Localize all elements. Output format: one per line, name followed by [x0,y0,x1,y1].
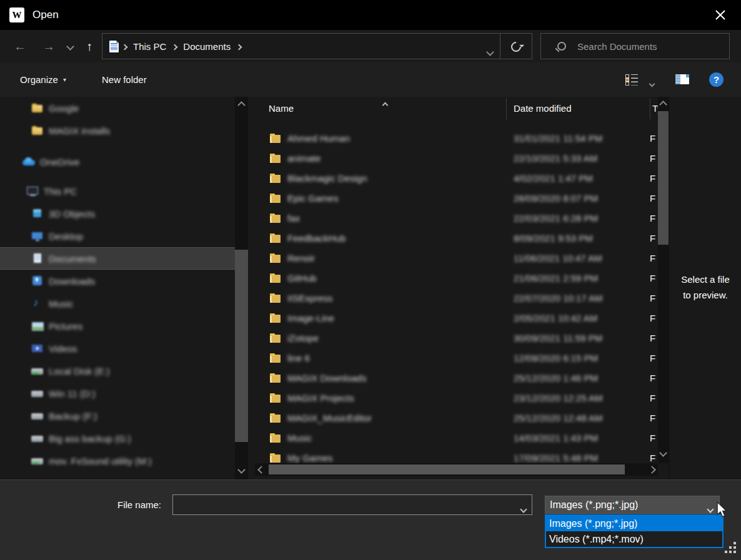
window-resize-grip[interactable] [725,542,739,556]
file-row[interactable]: line 6 12/09/2020 6:15 PM F [255,348,658,368]
recent-locations-chevron[interactable] [64,30,76,62]
sidebar-item[interactable]: MAGIX installs [0,119,235,142]
scroll-down-icon[interactable] [235,465,248,474]
breadcrumb-separator-icon [172,41,177,52]
sidebar-item[interactable]: Music [0,292,235,315]
forward-button[interactable]: → [40,30,57,62]
folder-icon [270,253,282,263]
list-horizontal-scrollbar [255,463,658,476]
file-row[interactable]: Blackmagic Design 4/02/2021 1:47 PM F [255,168,658,188]
scroll-right-icon[interactable] [647,463,657,476]
sidebar-scrollbar-thumb[interactable] [235,250,248,442]
scroll-down-icon[interactable] [658,448,669,457]
sidebar-item[interactable]: Win 11 (D:) [0,382,235,405]
sidebar-item-label: Pictures [49,321,82,332]
file-row[interactable]: MAGIX Downloads 25/12/2020 1:46 PM F [255,368,658,388]
scroll-up-icon[interactable] [235,101,248,109]
sidebar-item[interactable]: Local Disk (E:) [0,360,235,382]
sidebar-item[interactable]: Pictures [0,315,235,337]
file-row[interactable]: Renoir 11/06/2021 10:47 AM F [255,248,658,268]
sidebar-item[interactable]: Desktop [0,225,235,247]
breadcrumb-this-pc[interactable]: This PC [131,41,169,52]
file-name: IISExpress [287,293,333,303]
sidebar-item[interactable]: Videos [0,337,235,360]
folder-icon [270,373,282,383]
file-row[interactable]: iZotope 30/09/2021 11:59 PM F [255,328,658,348]
sidebar-item-label: Big ass backup (G:) [49,433,131,444]
scroll-left-icon[interactable] [256,463,266,476]
sidebar-item[interactable]: Downloads [0,270,235,292]
file-type-dropdown-list: Images (*.png;*.jpg) Videos (*.mp4;*.mov… [545,514,724,548]
folder-icon [270,273,282,283]
file-row[interactable]: FeedbackHub 8/09/2021 9:53 PM F [255,228,658,248]
file-name-input[interactable] [172,494,532,515]
sidebar-item[interactable]: Documents [0,247,235,270]
file-row[interactable]: Ahmed Human 31/01/2021 11:54 PM F [255,128,658,148]
view-options-chevron[interactable] [650,77,654,89]
date-modified: 22/03/2021 6:28 PM [514,213,598,224]
horizontal-scrollbar-thumb[interactable] [269,464,625,474]
file-row[interactable]: Image-Line 2/05/2021 10:42 AM F [255,308,658,328]
file-type: F [650,133,655,144]
chevron-down-icon [708,503,713,514]
search-icon [557,42,566,51]
file-type-select[interactable]: Images (*.png;*.jpg) [545,496,720,514]
file-row[interactable]: Epic Games 28/09/2020 8:07 PM F [255,188,658,208]
close-icon[interactable] [706,0,735,30]
sidebar-item[interactable]: OneDrive [0,150,235,173]
up-button[interactable]: ↑ [81,30,98,62]
scroll-up-icon[interactable] [658,100,669,109]
breadcrumb-documents[interactable]: Documents [181,41,233,52]
sidebar-item[interactable]: mov. FxSound utility (M:) [0,449,235,472]
address-dropdown-chevron[interactable] [487,46,493,57]
preview-message-line1: Select a file [669,272,741,287]
sidebar-item[interactable]: Big ass backup (G:) [0,427,235,449]
sidebar-item[interactable]: This PC [0,180,235,202]
file-row[interactable]: MAGIX_MusicEditor 25/12/2020 12:48 AM F [255,408,658,428]
file-row[interactable]: Music 14/03/2021 1:43 PM F [255,428,658,448]
address-bar[interactable]: This PC Documents [102,33,532,59]
column-header-date-modified[interactable]: Date modified [514,103,572,114]
new-folder-button[interactable]: New folder [102,62,147,97]
preview-pane: Select a file to preview. [669,97,741,479]
column-divider[interactable] [650,98,650,119]
file-type: F [650,333,655,343]
file-type-option[interactable]: Videos (*.mp4;*.mov) [546,531,722,547]
navigation-sidebar: Google MAGIX installs OneDrive This PC 3… [0,97,235,479]
date-modified: 31/01/2021 11:54 PM [514,133,602,144]
date-modified: 25/12/2020 12:48 AM [514,413,603,423]
chevron-down-icon: ▾ [63,76,66,83]
file-row[interactable]: animate 22/10/2021 5:33 AM F [255,148,658,168]
list-scrollbar-thumb[interactable] [658,111,669,245]
breadcrumb-separator-icon [122,41,127,52]
breadcrumb-separator-icon [237,41,241,52]
file-type-option[interactable]: Images (*.png;*.jpg) [546,516,722,531]
sidebar-item[interactable]: Google [0,97,235,119]
refresh-icon[interactable] [509,40,524,54]
sidebar-item[interactable]: 3D Objects [0,202,235,225]
file-name: Blackmagic Design [287,173,367,184]
date-modified: 14/03/2021 1:43 PM [514,433,598,443]
sidebar-item-label: Win 11 (D:) [49,388,96,399]
change-view-button[interactable] [625,74,638,85]
file-row[interactable]: IISExpress 22/07/2020 10:17 AM F [255,288,658,308]
folder-icon [270,433,282,443]
file-type: F [650,353,655,363]
preview-pane-toggle-icon[interactable] [675,74,689,84]
organize-label: Organize [20,74,58,85]
organize-button[interactable]: Organize ▾ [20,62,66,97]
file-name-history-chevron[interactable] [521,503,526,514]
title-bar: W Open [0,0,741,30]
column-divider[interactable] [506,98,507,119]
sidebar-item-label: OneDrive [40,157,79,167]
file-row[interactable]: MAGIX Projects 23/12/2020 12:25 AM F [255,388,658,408]
file-row[interactable]: fax 22/03/2021 6:28 PM F [255,208,658,228]
help-icon[interactable]: ? [709,72,724,87]
open-dialog: W Open ← → ↑ This PC Documents Search Do… [0,0,741,560]
back-button[interactable]: ← [11,30,29,62]
search-box[interactable]: Search Documents [540,33,730,59]
sidebar-item[interactable]: Backup (F:) [0,405,235,427]
file-type: F [650,193,655,204]
file-row[interactable]: GitHub 21/06/2021 2:59 PM F [255,268,658,288]
column-header-name[interactable]: Name [269,103,294,114]
